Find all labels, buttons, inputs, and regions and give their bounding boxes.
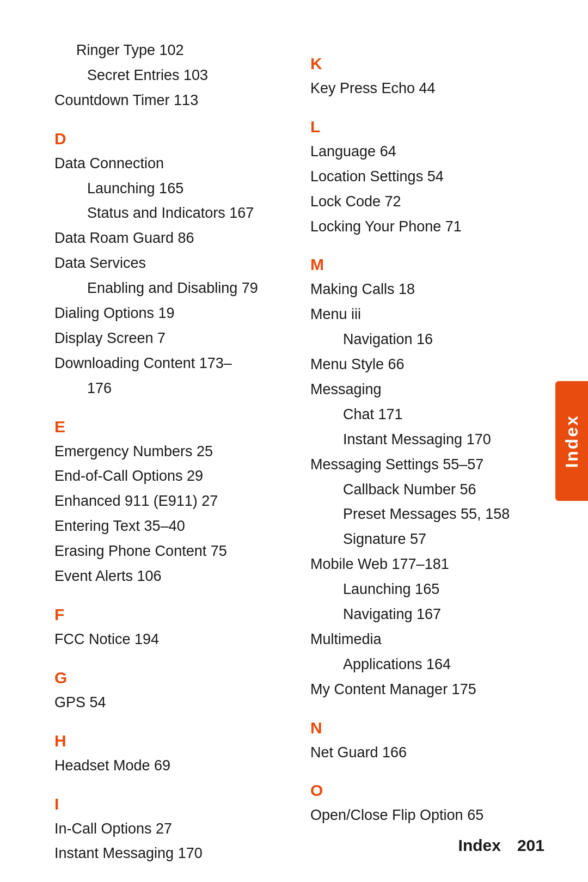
index-entry: End-of-Call Options 29 [54,464,289,489]
index-entry: Instant Messaging 170 [54,841,289,866]
section-letter-o: O [310,781,544,800]
index-entry: Signature 57 [310,527,544,552]
index-entry: Net Guard 166 [310,740,544,765]
section-letter-d: D [54,130,289,148]
index-entry: In-Call Options 27 [54,817,289,842]
index-entry: Status and Indicators 167 [54,201,289,226]
index-entry: Menu iii [310,302,544,327]
index-entry: Chat 171 [310,402,544,427]
index-entry: Preset Messages 55, 158 [310,502,544,527]
index-entry: Key Press Echo 44 [310,76,544,101]
index-entry: Event Alerts 106 [54,564,289,589]
section-letter-l: L [310,118,544,136]
index-entry: Making Calls 18 [310,277,544,302]
index-entry: Language 64 [310,139,544,164]
index-tab-label: Index [562,414,582,468]
index-entry: Navigating 167 [310,602,544,627]
index-entry: Ringer Type 102 [54,38,289,63]
section-letter-g: G [54,669,289,687]
index-entry: Dialing Options 19 [54,301,289,326]
index-entry: Enabling and Disabling 79 [54,276,289,301]
index-entry: My Content Manager 175 [310,677,544,702]
index-entry: Callback Number 56 [310,477,544,503]
index-entry: Downloading Content 173– [54,351,289,376]
index-entry: 176 [54,376,289,401]
index-entry: GPS 54 [54,690,289,715]
index-entry: Display Screen 7 [54,326,289,351]
left-column: Ringer Type 102Secret Entries 103Countdo… [54,33,289,849]
index-entry: Entering Text 35–40 [54,514,289,539]
index-entry: Multimedia [310,627,544,652]
footer-label: Index [458,836,501,855]
index-entry: Data Roam Guard 86 [54,226,289,251]
section-letter-f: F [54,605,289,624]
index-entry: Location Settings 54 [310,164,544,189]
footer: Index 201 [458,836,544,855]
index-entry: Enhanced 911 (E911) 27 [54,489,289,514]
index-entry: Data Services [54,251,289,276]
index-entry: Navigation 16 [310,327,544,352]
index-entry: Data Connection [54,151,289,176]
section-letter-k: K [310,54,544,73]
index-entry: Lock Code 72 [310,189,544,215]
section-letter-i: I [54,795,289,813]
index-entry: Launching 165 [54,176,289,201]
index-entry: Messaging [310,377,544,402]
right-column: KKey Press Echo 44LLanguage 64Location S… [310,33,544,849]
index-entry: Applications 164 [310,652,544,677]
index-entry: Launching 165 [310,577,544,602]
page-content: Ringer Type 102Secret Entries 103Countdo… [0,0,588,882]
index-entry: Countdown Timer 113 [54,88,289,113]
section-letter-e: E [54,418,289,436]
index-tab: Index [555,381,588,501]
index-entry: Secret Entries 103 [54,63,289,88]
section-letter-h: H [54,732,289,750]
section-letter-n: N [310,719,544,737]
index-entry: Instant Messaging 170 [310,427,544,452]
index-entry: Emergency Numbers 25 [54,439,289,464]
index-entry: Locking Your Phone 71 [310,215,544,240]
section-letter-m: M [310,255,544,274]
index-entry: Headset Mode 69 [54,754,289,779]
index-entry: FCC Notice 194 [54,627,289,652]
index-entry: Mobile Web 177–181 [310,552,544,577]
index-entry: Erasing Phone Content 75 [54,539,289,564]
index-entry: Open/Close Flip Option 65 [310,803,544,828]
footer-page: 201 [517,836,544,855]
index-entry: Messaging Settings 55–57 [310,452,544,477]
index-entry: Menu Style 66 [310,352,544,377]
